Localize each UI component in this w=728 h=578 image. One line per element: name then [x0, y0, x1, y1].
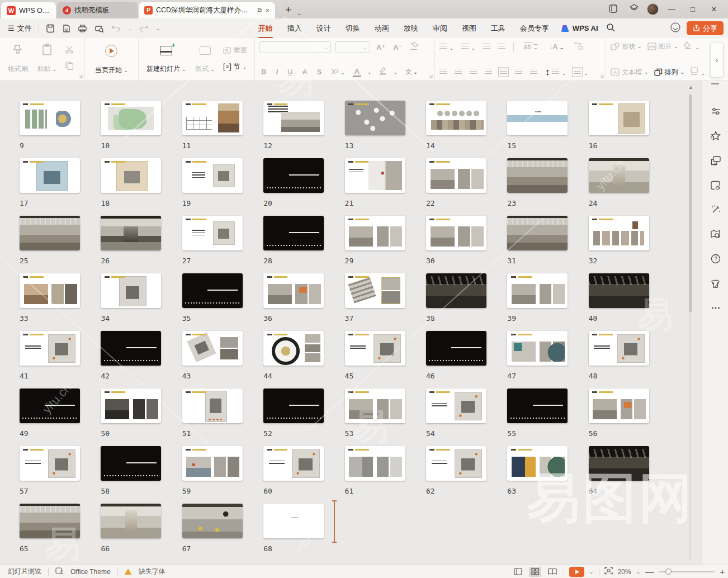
- slide-thumbnail[interactable]: [426, 216, 486, 250]
- text-direction-icon[interactable]: ab ⌄: [522, 42, 540, 51]
- slide-thumbnail[interactable]: [426, 331, 486, 366]
- slide-thumbnail[interactable]: [589, 101, 649, 135]
- slide-thumbnail[interactable]: [20, 389, 80, 423]
- slide-thumbnail[interactable]: [345, 273, 405, 308]
- section-button[interactable]: 节 ⌄: [223, 62, 247, 72]
- slide-thumbnail[interactable]: [263, 446, 324, 481]
- slide-thumbnail[interactable]: [589, 331, 649, 366]
- slide-thumbnail[interactable]: [182, 158, 243, 193]
- export-pdf-icon[interactable]: [62, 24, 70, 33]
- more-icon[interactable]: [710, 302, 721, 314]
- print-icon[interactable]: [78, 24, 87, 33]
- scroll-up-arrow-icon[interactable]: ▲: [688, 84, 693, 90]
- decrease-spacing-icon[interactable]: [530, 67, 537, 77]
- slide-thumbnail[interactable]: [182, 273, 243, 308]
- clipboard-dialog-launcher-icon[interactable]: ⇲: [79, 74, 83, 79]
- slide-thumbnail[interactable]: [345, 446, 405, 481]
- justify-icon[interactable]: [485, 67, 492, 77]
- slide-thumbnail[interactable]: [426, 158, 486, 193]
- format-painter-button[interactable]: 格式刷: [4, 41, 31, 76]
- slide-thumbnail[interactable]: [507, 446, 568, 481]
- smart-diagram-icon[interactable]: [573, 41, 583, 52]
- slide-thumbnail[interactable]: [507, 101, 568, 135]
- slide-thumbnail[interactable]: [589, 273, 649, 308]
- menu-tab-开始[interactable]: 开始: [251, 19, 280, 38]
- detach-window-icon[interactable]: ⧉: [258, 7, 262, 14]
- font-family-select[interactable]: ⌄: [259, 41, 331, 53]
- tab-docer[interactable]: d找稻壳模板: [57, 2, 138, 18]
- paragraph-dialog-launcher-icon[interactable]: ⇲: [600, 74, 604, 79]
- distribute-text-icon[interactable]: [500, 67, 507, 77]
- undo-chevron-icon[interactable]: ⌄: [128, 26, 133, 31]
- shapes-button[interactable]: 形状 ⌄: [611, 42, 642, 51]
- slide-thumbnail[interactable]: [101, 389, 161, 423]
- slide-thumbnail[interactable]: [182, 216, 243, 250]
- align-objects-icon[interactable]: ⌄: [574, 67, 588, 77]
- slide-thumbnail[interactable]: [182, 446, 243, 481]
- shapes-copy-icon[interactable]: [710, 155, 721, 166]
- slide-thumbnail[interactable]: [20, 216, 80, 250]
- font-dialog-launcher-icon[interactable]: ⇲: [429, 74, 433, 79]
- slide-thumbnail[interactable]: [20, 158, 80, 193]
- slide-thumbnail[interactable]: [263, 101, 324, 135]
- slide-thumbnail[interactable]: [263, 273, 324, 308]
- slide-thumbnail[interactable]: [589, 446, 649, 481]
- adjust-sliders-icon[interactable]: [710, 106, 721, 117]
- new-slide-button[interactable]: 新建幻灯片 ⌄: [143, 41, 190, 76]
- slide-thumbnail[interactable]: [263, 331, 324, 366]
- slide-thumbnail[interactable]: [345, 216, 405, 250]
- slide-thumbnail[interactable]: [263, 216, 324, 250]
- zoom-slider-track[interactable]: [659, 571, 715, 572]
- tab-list-chevron-icon[interactable]: ⌄: [295, 10, 304, 18]
- slide-thumbnail[interactable]: [101, 101, 161, 135]
- slide-thumbnail[interactable]: [589, 216, 649, 250]
- menu-tab-放映[interactable]: 放映: [396, 19, 426, 38]
- italic-icon[interactable]: I: [274, 68, 280, 76]
- font-size-select[interactable]: ⌄: [335, 41, 370, 53]
- wps-ai-button[interactable]: WPS AI: [562, 24, 598, 32]
- slide-thumbnail[interactable]: [589, 158, 649, 193]
- slide-thumbnail[interactable]: [20, 331, 80, 366]
- highlight-color-icon[interactable]: [378, 67, 387, 77]
- skin-icon[interactable]: [710, 278, 721, 289]
- sidebar-collapse-dash[interactable]: [711, 83, 719, 84]
- increase-font-icon[interactable]: A⁺: [375, 43, 387, 51]
- slide-thumbnail[interactable]: [182, 504, 243, 538]
- zoom-slider-thumb[interactable]: [665, 568, 672, 575]
- vertical-text-icon[interactable]: ↓A ⌄: [547, 42, 566, 51]
- slideshow-play-button[interactable]: [569, 567, 584, 577]
- slide-thumbnail[interactable]: [345, 158, 405, 193]
- share-button[interactable]: 分享: [687, 21, 724, 35]
- reset-button[interactable]: 重置: [223, 46, 247, 55]
- underline-icon[interactable]: U: [286, 68, 294, 76]
- menu-tab-动画[interactable]: 动画: [367, 19, 396, 38]
- decrease-indent-icon[interactable]: [483, 42, 490, 52]
- textbox-button[interactable]: A文本框 ⌄: [611, 68, 649, 77]
- bullet-list-icon[interactable]: ⌄: [439, 42, 453, 52]
- superscript-icon[interactable]: X² ⌄: [329, 68, 346, 76]
- layout-button[interactable]: 版式 ⌄: [192, 41, 218, 76]
- align-center-icon[interactable]: [455, 67, 462, 77]
- slide-thumbnail[interactable]: [182, 331, 243, 366]
- slide-thumbnail[interactable]: [507, 273, 568, 308]
- slide-thumbnail[interactable]: [101, 216, 161, 250]
- slide-thumbnail[interactable]: [20, 504, 80, 538]
- redo-icon[interactable]: [139, 25, 149, 32]
- slide-thumbnail[interactable]: [507, 216, 568, 250]
- decrease-font-icon[interactable]: A⁻: [391, 43, 404, 51]
- reading-view-button[interactable]: [546, 567, 559, 577]
- stack-icon[interactable]: [626, 4, 642, 15]
- outline-color-icon[interactable]: ⌄: [690, 67, 705, 77]
- paste-button[interactable]: ​粘贴 ⌄: [34, 41, 60, 76]
- align-right-icon[interactable]: [470, 67, 477, 77]
- slide-thumbnail[interactable]: [263, 158, 324, 193]
- play-from-current-button[interactable]: 当页开始 ⌄: [92, 42, 131, 77]
- slide-thumbnail[interactable]: [20, 101, 80, 135]
- line-spacing-icon[interactable]: ↕ ⌄: [545, 67, 566, 77]
- magic-wand-icon[interactable]: [710, 204, 721, 215]
- font-color-icon[interactable]: A: [353, 67, 361, 77]
- slide-thumbnail[interactable]: [345, 389, 405, 423]
- slide-thumbnail[interactable]: [182, 101, 243, 135]
- doc-search-icon[interactable]: [710, 229, 721, 240]
- tab-doc[interactable]: PCCD深圳华润前海大厦样办公空间⧉×: [139, 2, 275, 18]
